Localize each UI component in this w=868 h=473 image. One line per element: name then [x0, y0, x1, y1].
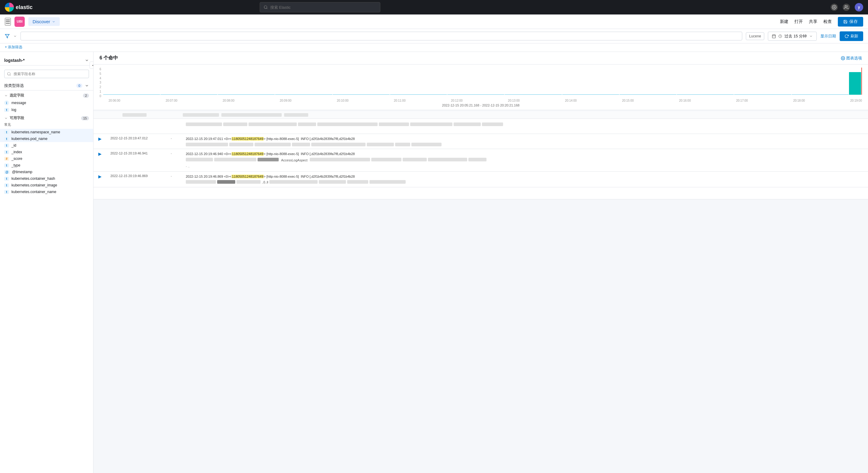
- refresh-button[interactable]: 刷新: [840, 31, 863, 41]
- save-icon: [843, 20, 847, 24]
- svg-point-0: [264, 6, 267, 8]
- global-search-bar[interactable]: [260, 2, 380, 12]
- expand-button-3[interactable]: ▶: [98, 174, 111, 179]
- table-row-blurred: [93, 119, 868, 134]
- settings-icon-2: [841, 56, 845, 60]
- field-item-index[interactable]: t _index: [0, 149, 93, 155]
- filter-bar: log : "11805051248187649" Lucene 过去 15 分…: [0, 29, 868, 43]
- field-name-container-hash: kubernetes.container_hash: [11, 176, 55, 181]
- elastic-logo[interactable]: elastic: [5, 3, 33, 12]
- chart-bar: [504, 94, 562, 95]
- field-name-kubernetes-namespace: kubernetes.namespace_name: [11, 130, 60, 134]
- chart-bar: [333, 94, 390, 95]
- elastic-logo-text: elastic: [16, 4, 33, 10]
- new-button[interactable]: 新建: [780, 19, 788, 24]
- chevron-down-icon: [4, 94, 8, 97]
- time-picker[interactable]: 过去 15 分钟: [768, 32, 817, 41]
- results-count: 6 个命中: [99, 55, 118, 61]
- row-blurred-1: [186, 143, 863, 146]
- global-search-input[interactable]: [270, 5, 376, 10]
- field-item-timestamp[interactable]: @ @timestamp: [0, 169, 93, 175]
- save-button[interactable]: 保存: [838, 17, 863, 27]
- field-item-container-image[interactable]: t kubernetes.container_image: [0, 182, 93, 188]
- chart-x-axis: 20:06:00 20:07:00 20:08:00 20:09:00 20:1…: [99, 99, 862, 102]
- show-dates-button[interactable]: 显示日期: [820, 33, 836, 39]
- settings-icon[interactable]: [831, 4, 838, 11]
- user-avatar[interactable]: y: [855, 3, 863, 11]
- app-logo: UBI: [14, 17, 25, 27]
- field-type-t: t: [4, 130, 9, 134]
- highlight-term-1: 11805051248187649: [231, 137, 264, 141]
- field-item-container-hash[interactable]: t kubernetes.container_hash: [0, 175, 93, 182]
- refresh-icon: [844, 34, 849, 38]
- field-item-container-name[interactable]: t kubernetes.container_name: [0, 188, 93, 195]
- field-type-t5: t: [4, 164, 9, 168]
- save-label: 保存: [849, 19, 858, 24]
- inspect-button[interactable]: 检查: [824, 19, 832, 24]
- y-axis-0: 0: [99, 94, 101, 98]
- empty-row: [93, 187, 868, 199]
- field-type-at: @: [4, 170, 10, 174]
- expand-button-2[interactable]: ▶: [98, 151, 111, 156]
- x-axis-label: 20:19:00: [850, 99, 862, 102]
- y-axis-2: 2: [99, 85, 101, 89]
- available-fields-section[interactable]: 可用字段 15: [0, 113, 93, 122]
- svg-point-2: [845, 5, 846, 7]
- x-axis-label: 20:09:00: [280, 99, 291, 102]
- field-item-kubernetes-pod[interactable]: t kubernetes.pod_name: [0, 136, 93, 142]
- time-picker-label: 过去 15 分钟: [784, 33, 807, 39]
- field-name-container-image: kubernetes.container_image: [11, 183, 57, 187]
- field-item-id[interactable]: t _id: [0, 142, 93, 149]
- chevron-down-icon-2: [4, 116, 8, 120]
- discover-tab[interactable]: Discover: [28, 17, 60, 26]
- add-filter-link[interactable]: + 添加筛选: [5, 45, 22, 50]
- chart-bar: [218, 94, 275, 95]
- field-item-kubernetes-namespace[interactable]: t kubernetes.namespace_name: [0, 129, 93, 136]
- field-type-log: t: [4, 108, 9, 112]
- index-selector[interactable]: logstash-* ◀: [0, 56, 93, 65]
- field-name-message: message: [11, 101, 26, 105]
- field-name-kubernetes-pod: kubernetes.pod_name: [11, 137, 48, 141]
- filter-by-type-row[interactable]: 按类型筛选 0: [0, 81, 93, 90]
- share-button[interactable]: 共享: [809, 19, 817, 24]
- x-axis-label: 20:06:00: [108, 99, 120, 102]
- available-fields-count: 15: [81, 116, 89, 120]
- filter-icon: [5, 34, 10, 39]
- row-blurred-2: AccessLogAspect: [186, 158, 863, 163]
- x-axis-label: 20:15:00: [622, 99, 634, 102]
- open-button[interactable]: 打开: [795, 19, 803, 24]
- x-axis-label: 20:12:00: [451, 99, 463, 102]
- results-table: ▶ 2022-12-15 20:19:47.012 - 2022-12-15 2…: [93, 111, 868, 199]
- chart-bar: [275, 94, 332, 95]
- query-input[interactable]: log : "11805051248187649": [21, 32, 742, 40]
- x-axis-label: 20:10:00: [337, 99, 349, 102]
- add-filter-row: + 添加筛选: [0, 43, 868, 52]
- svg-rect-3: [772, 35, 776, 38]
- top-nav-right: y: [831, 3, 863, 11]
- chart-options-button[interactable]: 图表选项: [841, 56, 862, 61]
- y-axis-1: 1: [99, 90, 101, 93]
- field-item-type[interactable]: t _type: [0, 162, 93, 169]
- field-item-message[interactable]: i message: [0, 99, 93, 107]
- y-axis-3: 3: [99, 81, 101, 84]
- field-type-t7: t: [4, 183, 9, 187]
- row-content-2: 2022-12-15 20:19:46.940 <0><118050512481…: [186, 151, 863, 169]
- content-col-header: [183, 113, 863, 117]
- field-item-score[interactable]: # _score: [0, 155, 93, 162]
- expand-button-1[interactable]: ▶: [98, 136, 111, 141]
- top-navigation: elastic y: [0, 0, 868, 14]
- help-icon[interactable]: [843, 4, 850, 11]
- table-header-blurred: [93, 111, 868, 119]
- field-name-container-name: kubernetes.container_name: [11, 190, 56, 194]
- selected-fields-section[interactable]: 选定字段 2: [0, 90, 93, 99]
- field-item-log[interactable]: t log: [0, 107, 93, 113]
- row-time-1: 2022-12-15 20:19:47.012: [111, 136, 171, 140]
- sidebar-search-input[interactable]: [4, 70, 89, 78]
- field-name-score: _score: [11, 156, 22, 161]
- lucene-badge[interactable]: Lucene: [746, 32, 764, 40]
- row-extra-sub-3: ..0..ll: [262, 180, 268, 185]
- hamburger-menu[interactable]: ☰: [5, 18, 11, 26]
- x-axis-label: 20:13:00: [508, 99, 520, 102]
- table-row-1: ▶ 2022-12-15 20:19:47.012 - 2022-12-15 2…: [93, 134, 868, 149]
- sidebar-collapse-button[interactable]: ◀: [90, 62, 93, 69]
